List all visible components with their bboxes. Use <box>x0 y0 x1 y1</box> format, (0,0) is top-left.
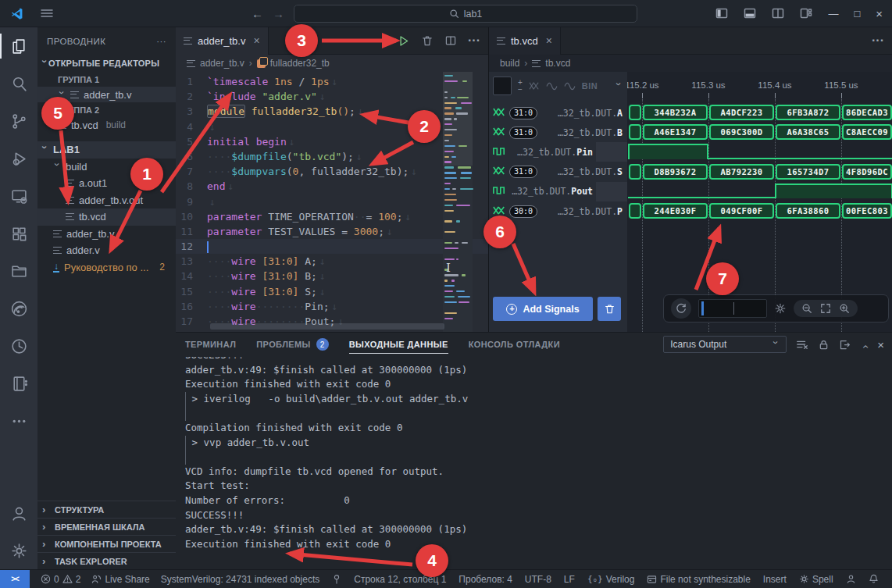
activity-extensions[interactable] <box>0 215 37 252</box>
signal-row-pout[interactable]: …32_tb.DUT.Pout <box>489 182 627 201</box>
menu-icon[interactable] <box>40 6 54 20</box>
tab-close-icon[interactable]: × <box>546 34 552 47</box>
breadcrumb-file[interactable]: adder_tb.v <box>200 58 244 69</box>
code-line-5[interactable]: 5initial begin↓ <box>176 134 488 149</box>
wave-row-pin[interactable] <box>627 142 892 162</box>
window-minimize-button[interactable]: — <box>828 8 838 20</box>
code-line-7[interactable]: 7····$dumpvars(0, fulladder32_tb);↓ <box>176 164 488 179</box>
language-mode[interactable]: {ₒ} Verilog <box>587 574 635 585</box>
more-actions-icon[interactable]: ··· <box>468 34 480 48</box>
code-line-3[interactable]: 3module fulladder32_tb();↓ <box>176 104 488 119</box>
activity-project-manager[interactable] <box>0 252 37 290</box>
toggle-panel-icon[interactable] <box>744 7 756 20</box>
wave-row-pout[interactable] <box>627 182 892 201</box>
encoding-setting[interactable]: UTF-8 <box>525 574 551 585</box>
code-line-13[interactable]: 13····wire [31:0] A;↓ <box>176 254 488 269</box>
code-line-14[interactable]: 14····wire [31:0] B;↓ <box>176 269 488 283</box>
lock-icon[interactable] <box>818 339 830 351</box>
color-swatch[interactable] <box>493 77 512 95</box>
run-button[interactable] <box>397 34 410 48</box>
activity-timeline[interactable] <box>0 327 37 365</box>
minimap[interactable] <box>443 72 473 332</box>
section-компоненты-проекта[interactable]: ›КОМПОНЕНТЫ ПРОЕКТА <box>37 535 176 552</box>
ports-button[interactable] <box>332 574 341 584</box>
waveform-canvas[interactable]: 115.2 us115.3 us115.4 us115.5 us344B232A… <box>627 72 892 332</box>
nav-forward-icon[interactable]: → <box>273 7 284 20</box>
live-share-button[interactable]: Live Share <box>91 574 149 585</box>
code-line-10[interactable]: 10parameter TIME_OPERATION··= 100;↓ <box>176 209 488 224</box>
fit-view-icon[interactable] <box>820 303 831 314</box>
panel-tab-выходные-данные[interactable]: ВЫХОДНЫЕ ДАННЫЕ <box>349 333 448 356</box>
wave-format-icon-2[interactable] <box>564 82 576 91</box>
problems-status[interactable]: 0 2 <box>41 574 80 585</box>
remove-signals-button[interactable] <box>598 297 621 321</box>
section-временная-шкала[interactable]: ›ВРЕМЕННАЯ ШКАЛА <box>37 518 176 535</box>
wave-row-s[interactable]: D8B93672AB792230165734D74F8D96DC <box>627 162 892 182</box>
split-editor-icon[interactable] <box>444 34 457 47</box>
code-line-6[interactable]: 6····$dumpfile("tb.vcd");↓ <box>176 149 488 164</box>
breadcrumb[interactable]: build › tb.vcd <box>489 55 892 72</box>
code-line-2[interactable]: 2`include "adder.v"↓ <box>176 89 488 104</box>
breadcrumb-file[interactable]: tb.vcd <box>545 58 570 69</box>
panel-tab-консоль-отладки[interactable]: КОНСОЛЬ ОТЛАДКИ <box>469 333 560 356</box>
more-actions-icon[interactable]: ··· <box>872 34 884 48</box>
wave-row-p[interactable]: 244E030F049CF00F6FA3886000FEC803 <box>627 201 892 221</box>
signal-row-b[interactable]: 31:0…32_tb.DUT.B <box>489 123 627 142</box>
section-task-explorer[interactable]: ›TASK EXPLORER <box>37 552 176 569</box>
tree-item-tb-vcd[interactable]: tb.vcd <box>37 208 176 226</box>
spell-checker[interactable]: Spell <box>799 574 833 585</box>
tab-adder-tb-v[interactable]: adder_tb.v × <box>176 27 269 55</box>
window-close-button[interactable]: × <box>876 7 883 20</box>
maximize-panel-icon[interactable]: › <box>858 340 870 348</box>
output-channel-select[interactable]: Icarus Output › <box>663 336 787 353</box>
tree-item-adder-v[interactable]: adder.v <box>37 242 176 259</box>
code-line-1[interactable]: 1`timescale 1ns / 1ps↓ <box>176 74 488 89</box>
trash-icon[interactable] <box>421 34 434 47</box>
nav-back-icon[interactable]: ← <box>252 7 263 20</box>
notifications-button[interactable] <box>869 574 879 584</box>
code-line-11[interactable]: 11parameter TEST_VALUES = 3000;↓ <box>176 224 488 239</box>
bus-format-icon[interactable] <box>529 81 540 91</box>
activity-source-control[interactable] <box>0 102 37 140</box>
signal-row-pin[interactable]: …32_tb.DUT.Pin <box>489 142 627 162</box>
code-editor[interactable]: 1`timescale 1ns / 1ps↓2`include "adder.v… <box>176 72 488 332</box>
code-line-8[interactable]: 8end↓ <box>176 179 488 194</box>
sidebar-more-icon[interactable]: ··· <box>156 37 166 46</box>
insert-mode[interactable]: Insert <box>763 574 787 585</box>
remote-indicator[interactable]: >< <box>0 570 30 588</box>
zoom-out-icon[interactable] <box>801 303 812 314</box>
activity-platformio[interactable] <box>0 290 37 327</box>
signal-row-s[interactable]: 31:0…32_tb.DUT.S <box>489 162 627 182</box>
synthesis-status[interactable]: File not synthesizable <box>647 574 750 585</box>
account-button[interactable] <box>0 494 37 532</box>
language-indexer-status[interactable]: SystemVerilog: 24731 indexed objects <box>161 574 319 585</box>
open-in-editor-icon[interactable] <box>839 339 851 351</box>
tab-close-icon[interactable]: × <box>253 34 259 47</box>
wave-format-icon[interactable] <box>546 82 558 91</box>
command-center-search[interactable]: lab1 <box>294 5 637 23</box>
timeline-scrubber[interactable] <box>698 299 767 318</box>
horizontal-scrollbar[interactable] <box>210 323 444 330</box>
section-структура[interactable]: ›СТРУКТУРА <box>37 501 176 518</box>
activity-explorer[interactable] <box>0 27 37 65</box>
tree-item-adder-tb-v-out[interactable]: adder_tb.v.out <box>37 192 176 209</box>
zoom-in-icon[interactable] <box>839 303 850 314</box>
code-line-9[interactable]: 9↓ <box>176 194 488 209</box>
breadcrumb[interactable]: adder_tb.v › fulladder32_tb <box>176 55 488 72</box>
window-maximize-button[interactable]: □ <box>854 8 860 20</box>
signal-row-a[interactable]: 31:0…32_tb.DUT.A <box>489 103 627 123</box>
clear-output-icon[interactable] <box>796 338 808 351</box>
value-stepper[interactable]: +− <box>518 79 523 93</box>
customize-layout-icon[interactable] <box>800 7 812 20</box>
feedback-button[interactable] <box>846 574 856 584</box>
split-editor-layout-icon[interactable] <box>772 7 784 20</box>
add-signals-button[interactable]: + Add Signals <box>493 297 593 321</box>
panel-tab-терминал[interactable]: ТЕРМИНАЛ <box>185 333 236 356</box>
toggle-sidebar-icon[interactable] <box>715 7 728 20</box>
code-line-16[interactable]: 16····wire········Pin;↓ <box>176 299 488 314</box>
indentation-setting[interactable]: Пробелов: 4 <box>458 574 512 585</box>
eol-setting[interactable]: LF <box>564 574 575 585</box>
activity-search[interactable] <box>0 65 37 102</box>
breadcrumb-folder[interactable]: build <box>500 58 519 69</box>
gear-icon[interactable] <box>774 302 787 315</box>
